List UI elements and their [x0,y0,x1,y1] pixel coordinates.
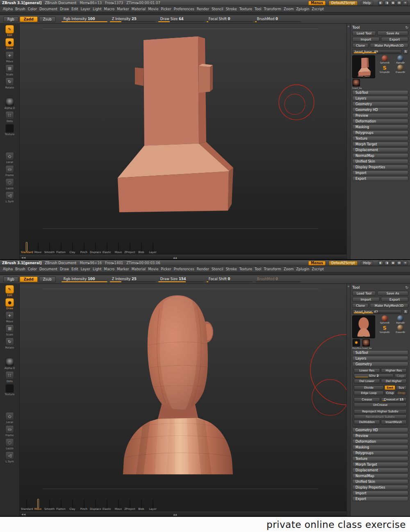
menu-item[interactable]: Alpha [2,7,14,11]
menu-item[interactable]: Light [91,267,102,271]
make-polymesh3d-button[interactable]: Make PolyMesh3D [370,303,408,308]
shelf-toggle-button[interactable]: Zsub [39,276,56,282]
menu-item[interactable]: Edit [70,7,79,11]
collapse-panel-icon[interactable]: « [348,285,350,288]
save-as-button[interactable]: Save As [377,291,408,296]
picker-button[interactable]: ∷ Dots [3,371,16,383]
brush-item[interactable]: Layer [147,243,158,254]
shelf-slider[interactable]: Z Intensity 25 [110,276,156,283]
scrollbar-handle[interactable]: ▲▲ [173,256,177,259]
shelf-slider[interactable]: BrushMod 0 [255,16,301,23]
palette-section-header[interactable]: Unified Skin [352,479,408,484]
cage-button[interactable]: Cage [394,374,407,378]
shelf-slider[interactable]: Focal Shift 0 [207,276,253,283]
brush-item[interactable]: Blob [136,243,147,254]
tool-mode-button[interactable]: ↻ Rotate [3,77,16,89]
menu-item[interactable]: Draw [59,7,70,11]
palette-section-header[interactable]: Display Properties [352,485,408,490]
palette-section-header[interactable]: Import [352,491,408,496]
window-control-icon[interactable]: ▣ [390,261,396,265]
mini-tool[interactable]: ✱ PolyMes [352,339,360,349]
palette-section-header[interactable]: Geometry HD [352,107,408,112]
smt-toggle[interactable]: Smt [385,385,395,390]
shelf-slider[interactable]: Focal Shift 0 [207,16,253,23]
palette-section-header[interactable]: Texture [352,456,408,461]
brush-item[interactable]: Clay [67,500,78,511]
brush-item[interactable]: Displace [90,500,101,511]
brush-item[interactable]: Flatten [55,243,66,254]
helper-button[interactable]: ◌ Lazzo [3,178,16,190]
menu-item[interactable]: Zoom [282,7,295,11]
helper-button[interactable]: ◁ L.Sym [3,451,16,463]
menu-item[interactable]: Edit [70,267,79,271]
helper-button[interactable]: ◌ Lazzo [3,438,16,450]
palette-section-header[interactable]: Polygroups [352,130,408,135]
load-tool-button[interactable]: Load Tool [352,291,376,296]
shelf-slider[interactable]: Z Intensity 25 [110,16,156,23]
insert-mesh-button[interactable]: InsertMesh [381,420,407,424]
brush-item[interactable]: Flatten [55,500,66,511]
active-tool-thumbnail[interactable]: head_base [352,315,375,338]
menu-item[interactable]: Preferences [173,267,196,271]
menu-item[interactable]: Zoom [282,267,295,271]
menu-item[interactable]: Stencil [210,7,225,11]
shelf-slider[interactable]: Rgb Intensity 100 [61,276,107,283]
palette-section-header[interactable]: Morph Target [352,142,408,147]
dock-divider[interactable]: « [346,284,351,516]
menu-item[interactable]: Stroke [225,267,238,271]
menu-item[interactable]: Brush [14,7,27,11]
helper-button[interactable]: ◇ Local [3,152,16,164]
menu-item[interactable]: Layer [80,7,92,11]
window-control-icon[interactable]: ▤ [396,1,402,5]
helper-button[interactable]: ▭ Frame [3,165,16,177]
palette-section-header[interactable]: Masking [352,445,408,450]
palette-section-header[interactable]: Export [352,496,408,501]
palette-section-header[interactable]: Displacement [352,147,408,152]
tool-mode-button[interactable]: ⊞ Scale [3,324,16,336]
palette-section-header[interactable]: Deformation [352,119,408,124]
palette-reset-icon[interactable]: ↻ [405,25,408,29]
del-hidden-button[interactable]: DelHidden [354,420,380,424]
collapse-panel-icon[interactable]: « [348,25,350,28]
scrollbar-left-arrows[interactable]: ◀◀ [21,256,26,259]
quick-tool[interactable]: AlphaBr [393,315,409,324]
brush-item[interactable]: Blob [136,500,147,511]
menu-item[interactable]: Macro [103,7,116,11]
helper-button[interactable]: ◁ L.Sym [3,191,16,203]
menu-item[interactable]: Draw [59,267,70,271]
higher-res-button[interactable]: Higher Res [381,368,407,373]
menu-item[interactable]: Marker [116,267,130,271]
menu-item[interactable]: Tool [253,267,263,271]
active-tool-slider[interactable]: head_base. 49 [352,49,402,54]
menu-item[interactable]: Movie [147,267,159,271]
window-control-icon[interactable]: ▣ [390,1,396,5]
brush-item[interactable]: Displace [90,243,101,254]
picker-button[interactable]: Texture [3,384,16,396]
tool-mode-button[interactable]: + Move [3,51,16,63]
window-control-icon[interactable]: ◨ [384,1,390,5]
brush-item[interactable]: ZProject [124,500,135,511]
clone-button[interactable]: Clone [352,303,369,308]
mini-tool[interactable]: head_ba [362,339,370,349]
shelf-toggle-button[interactable]: Zsub [39,16,56,22]
menu-item[interactable]: Picker [159,267,172,271]
brush-item[interactable]: Pinch [78,243,89,254]
helper-button[interactable]: ◇ Local [3,412,16,424]
window-control-icon[interactable]: ◧ [378,261,383,265]
palette-section-header[interactable]: NormalMap [352,153,408,158]
lower-res-button[interactable]: Lower Res [354,368,380,373]
quick-tool[interactable]: EraserBr [393,325,409,333]
drop-toggle[interactable]: Drop [396,391,407,395]
palette-section-header-geometry[interactable]: Geometry [352,362,408,367]
help-button[interactable]: Help [361,261,373,265]
brush-item[interactable]: Pinch [78,500,89,511]
helper-button[interactable]: ▭ Frame [3,425,16,437]
menu-item[interactable]: Color [27,7,38,11]
crease-lvl-slider[interactable]: CreaseLvl 15 [381,397,407,402]
import-button[interactable]: Import [352,297,380,302]
window-control-icon[interactable]: ✕ [403,261,408,265]
menu-item[interactable]: Color [27,267,38,271]
tool-mode-button[interactable]: ✎ Edit [3,285,16,297]
palette-section-header[interactable]: Import [352,170,408,175]
brush-item[interactable]: Smooth [44,500,55,511]
